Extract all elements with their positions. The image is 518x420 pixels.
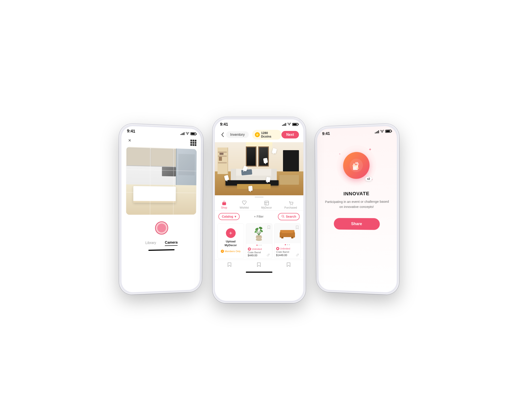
grid-view-button[interactable] (190, 139, 197, 146)
wishlist-tab-label: Wishlist (240, 206, 249, 209)
center-status-time: 9:41 (220, 122, 228, 127)
tab-shop[interactable]: Shop (221, 201, 227, 209)
center-signal-icon (282, 123, 286, 126)
battery-icon (190, 132, 196, 135)
center-phone: 9:41 (213, 117, 305, 303)
svg-point-2 (290, 205, 290, 205)
sparkle-icon-2: ✦ (339, 152, 341, 156)
capture-button[interactable] (155, 221, 168, 234)
svg-rect-0 (222, 202, 226, 205)
members-text: Members Only (225, 250, 241, 253)
camera-tab[interactable]: Camera (165, 240, 177, 246)
library-tab[interactable]: Library (145, 241, 156, 246)
scroll-indicator (215, 195, 303, 199)
close-button[interactable]: × (126, 136, 133, 144)
sofa-price: $1449.00 (276, 254, 287, 257)
svg-rect-7 (256, 235, 262, 237)
search-icon (282, 215, 285, 218)
back-button[interactable] (219, 131, 226, 138)
product-grid: + UploadMyDecor Members Only (215, 223, 303, 260)
innovate-glow: ✦ ✦ ✦ (336, 144, 376, 186)
plant-product-card[interactable]: ∞ Unlimited Crate Barrel $449.00 (246, 223, 272, 259)
svg-text:∞: ∞ (277, 248, 278, 249)
tab-wishlist[interactable]: Wishlist (240, 201, 249, 209)
left-phone: 9:41 × (119, 123, 203, 295)
center-status-icons (282, 122, 298, 126)
svg-point-4 (282, 215, 284, 217)
svg-rect-23 (281, 237, 283, 238)
upload-mydecor-card[interactable]: + UploadMyDecor Members Only (218, 223, 244, 259)
innovate-description: Participating in an event or challenge b… (318, 196, 396, 209)
sofa-product-card[interactable]: ∞ Unlimited Crate Barrel $1449.00 (274, 223, 301, 259)
plant-info: ∞ Unlimited Crate Barrel $449.00 (246, 247, 272, 259)
center-home-indicator (246, 272, 272, 273)
signal-icon (180, 132, 184, 135)
sofa-dots (274, 243, 300, 246)
photo-mode-tabs: Library Camera (122, 238, 200, 250)
shop-tab-label: Shop (221, 206, 227, 209)
plant-image (246, 224, 272, 244)
plant-price: $449.00 (248, 254, 257, 257)
shop-icon (221, 201, 227, 205)
room-preview (215, 142, 303, 195)
svg-point-3 (292, 205, 292, 205)
right-phone: 9:41 (315, 123, 399, 295)
svg-rect-24 (291, 237, 293, 238)
sofa-badge: Unlimited (280, 247, 290, 250)
mydecor-tab-label: MyDecor (261, 206, 272, 209)
unlimited-icon: ∞ (248, 248, 251, 251)
plant-badge: Unlimited (252, 248, 262, 250)
tab-purchased[interactable]: Purchased (284, 201, 297, 209)
catalog-label: Catalog (222, 215, 233, 218)
innovate-icon-area: ✦ ✦ ✦ (336, 144, 376, 186)
mydecor-icon (264, 201, 269, 205)
innovate-title: INNOVATE (343, 191, 370, 197)
svg-text:∞: ∞ (249, 248, 250, 250)
sofa-brand: Crate Barrel (276, 251, 299, 253)
right-battery-icon (385, 129, 391, 133)
search-button[interactable]: Search (278, 213, 300, 220)
svg-rect-1 (265, 201, 269, 205)
purchased-tab-label: Purchased (284, 206, 297, 209)
filter-label: + Filter (254, 215, 264, 218)
center-battery-icon (292, 123, 298, 126)
shop-tabs: Shop Wishlist (215, 199, 303, 211)
right-phone-content: 9:41 (317, 126, 396, 292)
sofa-external-link-icon[interactable] (296, 253, 299, 257)
header-center: Inventory D 1280 Dcoins (226, 130, 282, 140)
sofa-image (274, 224, 300, 243)
sofa-bookmark-icon[interactable] (296, 225, 299, 230)
sofa-unlimited-icon: ∞ (276, 247, 279, 250)
svg-rect-20 (280, 230, 295, 233)
right-status-time: 9:41 (322, 131, 330, 136)
share-button[interactable]: Share (334, 218, 380, 230)
dcoin-icon: D (255, 132, 260, 137)
external-link-icon[interactable] (267, 254, 270, 257)
sparkle-icon-1: ✦ (368, 147, 372, 152)
upload-label: UploadMyDecor (225, 240, 237, 247)
capture-button-area (121, 215, 200, 240)
right-wifi-icon (380, 129, 384, 133)
next-button[interactable]: Next (282, 131, 299, 138)
dcoin-badge: D 1280 Dcoins (252, 130, 282, 140)
filter-button[interactable]: + Filter (254, 215, 264, 218)
sofa-info: ∞ Unlimited Crate Barrel $1449.00 (274, 246, 300, 259)
center-wifi-icon (287, 122, 291, 126)
bookmark-icon[interactable] (267, 225, 270, 230)
catalog-button[interactable]: Catalog ▾ (218, 213, 240, 220)
nav-bookmark-2[interactable] (256, 262, 261, 268)
wifi-icon (186, 132, 189, 135)
chevron-down-icon: ▾ (235, 215, 236, 218)
right-signal-icon (375, 130, 379, 133)
left-status-time: 9:41 (127, 128, 135, 134)
plant-brand: Crate Barrel (248, 251, 270, 254)
center-status-bar: 9:41 (215, 120, 303, 128)
bottom-nav (215, 260, 303, 270)
nav-bookmark-1[interactable] (227, 262, 232, 268)
tab-mydecor[interactable]: MyDecor (261, 201, 272, 209)
plant-dots (246, 244, 272, 247)
inventory-label: Inventory (226, 131, 249, 138)
scene: 9:41 × (0, 0, 518, 420)
nav-bookmark-3[interactable] (286, 262, 291, 268)
members-badge: Members Only (221, 250, 241, 253)
